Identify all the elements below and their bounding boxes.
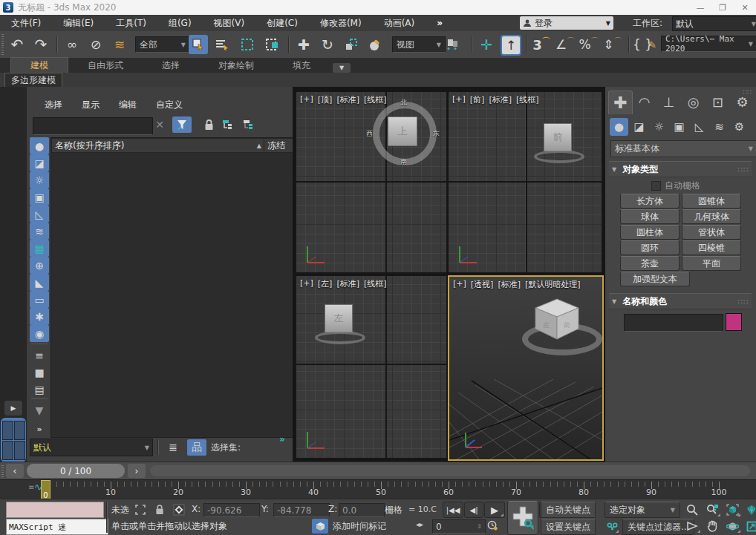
time-slider-track[interactable] xyxy=(150,465,750,476)
minimize-button[interactable]: — xyxy=(689,1,711,14)
filter-bones-icon[interactable]: ◣ xyxy=(30,274,49,291)
current-frame-field[interactable]: 0 ⇕ xyxy=(432,519,486,534)
tab-hierarchy[interactable]: ⊥ xyxy=(657,91,680,114)
current-frame-marker[interactable]: 0 xyxy=(41,480,50,500)
x-coord-field[interactable]: -90.626 xyxy=(203,503,260,517)
primitive-teapot-button[interactable]: 茶壶 xyxy=(620,256,680,271)
track-ruler[interactable]: 10 20 30 40 50 60 70 80 90 100 xyxy=(0,480,756,499)
primitive-category-dropdown[interactable]: 标准基本体 ▼ xyxy=(610,140,756,157)
pan-view-button[interactable] xyxy=(703,519,721,534)
viewport-layout-tab[interactable] xyxy=(1,418,26,462)
z-coord-field[interactable]: 0.0 xyxy=(339,503,385,517)
menu-create[interactable]: 创建(C) xyxy=(255,15,309,31)
zoom-extents-button[interactable] xyxy=(723,502,741,517)
tab-display[interactable]: ⊡ xyxy=(706,91,729,114)
filter-doc-icon[interactable]: ▤ xyxy=(30,381,49,398)
menu-edit[interactable]: 编辑(E) xyxy=(52,15,105,31)
select-and-scale-button[interactable] xyxy=(342,35,361,54)
absolute-mode-toggle[interactable] xyxy=(171,502,187,517)
login-dropdown-arrow[interactable]: ▼ xyxy=(606,20,610,27)
primitive-cone-button[interactable]: 圆锥体 xyxy=(682,194,741,209)
expand-tree-icon[interactable] xyxy=(239,116,258,133)
filter-shapes-icon[interactable]: ◪ xyxy=(30,154,49,171)
subtab-lights[interactable]: ☼ xyxy=(650,118,668,136)
subtab-spacewarps[interactable]: ≋ xyxy=(710,118,729,136)
isolate-selection-icon[interactable] xyxy=(132,502,149,517)
bind-to-space-warp-icon[interactable]: ≋ xyxy=(110,35,129,54)
maximize-viewport-toggle[interactable] xyxy=(743,519,756,534)
select-object-button[interactable] xyxy=(189,35,208,54)
ribbon-tab-selection[interactable]: 选择 xyxy=(143,58,199,73)
viewport-top[interactable]: [+] [顶] [标准] [线框] 北 东 南 西 上 xyxy=(296,92,446,272)
viewcube-ring-edge[interactable] xyxy=(534,150,584,163)
viewport-left-menu-standard[interactable]: [标准] xyxy=(336,278,359,289)
viewcube-ring-edge[interactable] xyxy=(315,331,365,344)
viewport-front-menu-general[interactable]: [+] xyxy=(452,94,466,105)
filter-doc-lines-icon[interactable]: ≡ xyxy=(30,347,49,364)
frame-spinner[interactable]: ⇕ xyxy=(477,523,482,530)
primitive-box-button[interactable]: 长方体 xyxy=(620,194,680,209)
filter-cameras-icon[interactable]: ▣ xyxy=(30,188,49,206)
sync-selection-icon[interactable] xyxy=(218,116,238,133)
filter-groups-icon[interactable]: ▦ xyxy=(30,240,49,257)
filter-particles-icon[interactable]: ✱ xyxy=(30,308,49,325)
filter-blank-icon[interactable]: ■ xyxy=(30,364,49,381)
viewport-top-menu-general[interactable]: [+] xyxy=(300,94,313,105)
select-and-link-icon[interactable]: ∞ xyxy=(62,35,82,54)
clear-search-icon[interactable]: ✕ xyxy=(150,116,169,133)
subtab-systems[interactable]: ⚙ xyxy=(730,118,749,136)
ribbon-tab-modeling[interactable]: 建模 xyxy=(10,57,68,73)
select-and-manipulate-button[interactable]: ✛ xyxy=(477,35,496,54)
toolbar-drag-handle[interactable] xyxy=(1,34,4,55)
spinner-snap-toggle[interactable]: ⇕⌒ xyxy=(603,35,622,54)
name-color-rollout-header[interactable]: ▼ 名称和颜色 ∷∷ xyxy=(609,293,752,309)
viewport-persp-menu-shading[interactable]: [默认明暗处理] xyxy=(525,279,581,290)
viewcube-top-face[interactable]: 上 xyxy=(388,116,417,146)
select-and-move-button[interactable]: ✚ xyxy=(294,35,313,54)
name-column-header[interactable]: 名称(按升序排序) ▲ xyxy=(51,138,265,153)
rectangular-selection-region-button[interactable] xyxy=(238,35,257,54)
compass-west[interactable]: 西 xyxy=(366,129,373,139)
orbit-button[interactable] xyxy=(723,519,741,534)
viewport-front-menu-standard[interactable]: [标准] xyxy=(489,94,512,105)
viewport-left[interactable]: [+] [左] [标准] [线框] 左 xyxy=(296,276,446,458)
time-slider-frame-display[interactable]: 0 / 100 xyxy=(27,464,125,478)
subtab-cameras[interactable]: ▣ xyxy=(670,118,688,136)
viewport-persp-menu-pov[interactable]: [透视] xyxy=(471,279,494,290)
window-crossing-toggle[interactable] xyxy=(263,35,282,54)
scene-explorer-list[interactable]: 名称(按升序排序) ▲ 冻结 xyxy=(50,137,294,438)
viewport-layout-flyout-button[interactable]: ▶ xyxy=(4,401,22,416)
viewport-top-menu-pov[interactable]: [顶] xyxy=(318,94,333,105)
explorer-menu-customize[interactable]: 自定义 xyxy=(156,99,183,111)
viewport-perspective[interactable]: [+] [透视] [标准] [默认明暗处理] 左 前 xyxy=(448,275,604,461)
viewcube-front-face[interactable]: 前 xyxy=(544,123,572,151)
filter-spacewarps-icon[interactable]: ≋ xyxy=(30,223,49,240)
named-selection-set-dropdown[interactable]: 默认 ▼ xyxy=(30,439,153,456)
tab-utilities[interactable]: ⚙ xyxy=(731,91,754,114)
tab-motion[interactable]: ◎ xyxy=(682,91,705,114)
menu-modifiers[interactable]: 修改器(M) xyxy=(309,15,373,31)
object-type-rollout-header[interactable]: ▼ 对象类型 ∷∷ xyxy=(609,161,752,177)
key-filters-pair-icon[interactable] xyxy=(605,519,619,534)
unlink-selection-icon[interactable]: ⊘ xyxy=(86,35,105,54)
primitive-textplus-button[interactable]: 加强型文本 xyxy=(620,272,690,286)
set-key-button[interactable]: 设置关键点 xyxy=(541,519,596,535)
subtab-geometry[interactable]: ● xyxy=(610,118,628,136)
ribbon-tab-object-paint[interactable]: 对象绘制 xyxy=(199,58,273,73)
compass-east[interactable]: 东 xyxy=(433,129,440,139)
viewport-front-menu-pov[interactable]: [前] xyxy=(470,94,485,105)
use-pivot-point-center-button[interactable] xyxy=(443,35,462,54)
primitive-sphere-button[interactable]: 球体 xyxy=(620,209,680,224)
viewport-top-menu-standard[interactable]: [标准] xyxy=(336,94,359,105)
next-frame-button[interactable]: › xyxy=(128,464,146,478)
auto-key-button[interactable]: 自动关键点 xyxy=(541,502,596,518)
viewport-front-menu-shading[interactable]: [线框] xyxy=(516,94,539,105)
viewport-persp-menu-standard[interactable]: [标准] xyxy=(498,279,521,290)
compass-north[interactable]: 北 xyxy=(400,98,407,108)
primitive-plane-button[interactable]: 平面 xyxy=(682,256,741,271)
filter-advanced-funnel-icon[interactable]: ▼ xyxy=(30,401,49,419)
explorer-overflow[interactable]: » xyxy=(279,434,285,444)
reference-coordinate-dropdown[interactable]: 视图 ▼ xyxy=(392,36,446,53)
explorer-menu-display[interactable]: 显示 xyxy=(82,99,100,111)
viewcube-3d[interactable]: 左 前 xyxy=(532,298,581,341)
